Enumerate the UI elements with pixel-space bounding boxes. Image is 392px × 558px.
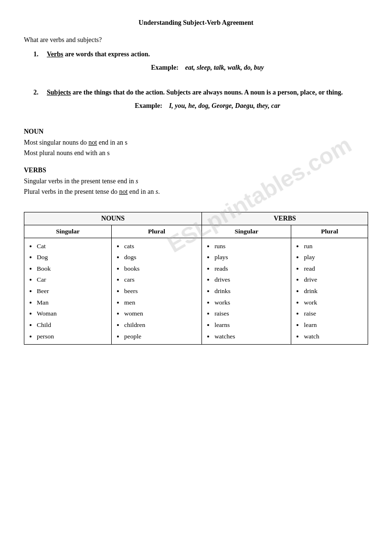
verbs-line2-pre: Plural verbs in the present tense do bbox=[24, 188, 119, 195]
list-item: drinks bbox=[214, 285, 287, 297]
singular-verbs-list: runs plays reads drives drinks works rai… bbox=[206, 241, 287, 342]
example-text-2: I, you, he, dog, George, Daegu, they, ca… bbox=[169, 102, 280, 109]
singular-nouns-list: Cat Dog Book Car Beer Man Woman Child pe… bbox=[28, 241, 107, 342]
example-label-1: Example: bbox=[151, 64, 179, 71]
table-header-row-sub: Singular Plural Singular Plural bbox=[24, 225, 368, 238]
item-label-2: Subjects bbox=[47, 89, 71, 96]
table-data-row: Cat Dog Book Car Beer Man Woman Child pe… bbox=[24, 238, 368, 345]
item-rest2-2: Subjects are always nouns. A noun is a p… bbox=[165, 89, 343, 96]
singular-nouns-cell: Cat Dog Book Car Beer Man Woman Child pe… bbox=[24, 238, 112, 345]
verbs-line1: Singular verbs in the present tense end … bbox=[24, 176, 368, 187]
plural-verbs-list: run play read drive drink work raise lea… bbox=[295, 241, 364, 342]
numbered-list: 1. Verbs are words that express action. … bbox=[24, 51, 368, 118]
singular-verbs-cell: runs plays reads drives drinks works rai… bbox=[202, 238, 291, 345]
verbs-section: VERBS Singular verbs in the present tens… bbox=[24, 167, 368, 198]
singular-verb-header: Singular bbox=[202, 225, 291, 238]
singular-noun-header: Singular bbox=[24, 225, 112, 238]
list-item: runs bbox=[214, 241, 287, 252]
example-label-2: Example: bbox=[135, 102, 162, 109]
verbs-main-header: VERBS bbox=[202, 212, 368, 225]
item-content-1: Verbs are words that express action. Exa… bbox=[47, 51, 368, 80]
item-content-2: Subjects are the things that do the acti… bbox=[47, 89, 368, 118]
item-rest-bold-2: are the things that do the action. bbox=[71, 89, 165, 96]
item-number-2: 2. bbox=[33, 89, 43, 96]
item-rest-1: are words that express action. bbox=[64, 51, 150, 58]
plural-nouns-cell: cats dogs books cars beers men women chi… bbox=[111, 238, 201, 345]
verbs-line1-pre: Singular verbs in the present tense end … bbox=[24, 178, 136, 185]
main-table: NOUNS VERBS Singular Plural Singular Plu… bbox=[24, 212, 368, 345]
intro-question: What are verbs and subjects? bbox=[24, 36, 368, 44]
plural-noun-header: Plural bbox=[111, 225, 201, 238]
list-item: children bbox=[124, 319, 198, 331]
noun-section: NOUN Most singular nouns do not end in a… bbox=[24, 128, 368, 159]
list-item: watch bbox=[304, 331, 364, 342]
plural-verbs-cell: run play read drive drink work raise lea… bbox=[291, 238, 368, 345]
list-item: men bbox=[124, 297, 198, 308]
list-item: learns bbox=[214, 319, 287, 331]
list-item: raise bbox=[304, 308, 364, 319]
list-item: drive bbox=[304, 274, 364, 285]
list-item: watches bbox=[214, 331, 287, 342]
list-item: read bbox=[304, 263, 364, 274]
item-label-1: Verbs bbox=[47, 51, 64, 58]
list-item: books bbox=[124, 263, 198, 274]
list-item: plays bbox=[214, 252, 287, 263]
list-item: learn bbox=[304, 319, 364, 331]
list-item: beers bbox=[124, 285, 198, 297]
list-item: work bbox=[304, 297, 364, 308]
list-item: run bbox=[304, 241, 364, 252]
list-item: reads bbox=[214, 263, 287, 274]
table-container: NOUNS VERBS Singular Plural Singular Plu… bbox=[24, 212, 368, 345]
item-number-1: 1. bbox=[33, 51, 43, 58]
list-item: Beer bbox=[37, 285, 107, 297]
nouns-main-header: NOUNS bbox=[24, 212, 202, 225]
noun-not: not bbox=[88, 139, 97, 146]
list-item: dogs bbox=[124, 252, 198, 263]
list-item: women bbox=[124, 308, 198, 319]
verbs-heading: VERBS bbox=[24, 167, 368, 174]
plural-nouns-list: cats dogs books cars beers men women chi… bbox=[116, 241, 198, 342]
verbs-line2-end: . bbox=[158, 188, 160, 195]
example-text-1: eat, sleep, talk, walk, do, buy bbox=[185, 64, 264, 71]
list-item: works bbox=[214, 297, 287, 308]
list-item: Cat bbox=[37, 241, 107, 252]
list-item: cats bbox=[124, 241, 198, 252]
verbs-line1-italic: s bbox=[136, 178, 138, 185]
list-item: person bbox=[37, 331, 107, 342]
list-item: raises bbox=[214, 308, 287, 319]
list-item: Child bbox=[37, 319, 107, 331]
verbs-line2: Plural verbs in the present tense do not… bbox=[24, 187, 368, 197]
table-header-row-main: NOUNS VERBS bbox=[24, 212, 368, 225]
list-item-1: 1. Verbs are words that express action. … bbox=[33, 51, 368, 80]
list-item: drives bbox=[214, 274, 287, 285]
example-2: Example: I, you, he, dog, George, Daegu,… bbox=[47, 102, 368, 110]
list-item: Woman bbox=[37, 308, 107, 319]
page-title: Understanding Subject-Verb Agreement bbox=[24, 19, 368, 27]
list-item-2: 2. Subjects are the things that do the a… bbox=[33, 89, 368, 118]
verbs-line2-post: end in an bbox=[127, 188, 154, 195]
verbs-not: not bbox=[119, 188, 127, 195]
plural-verb-header: Plural bbox=[291, 225, 368, 238]
list-item: cars bbox=[124, 274, 198, 285]
example-1: Example: eat, sleep, talk, walk, do, buy bbox=[47, 64, 368, 72]
list-item: play bbox=[304, 252, 364, 263]
list-item: Book bbox=[37, 263, 107, 274]
noun-heading: NOUN bbox=[24, 128, 368, 136]
list-item: Dog bbox=[37, 252, 107, 263]
list-item: Man bbox=[37, 297, 107, 308]
noun-line1: Most singular nouns do not end in an s bbox=[24, 137, 368, 148]
noun-line2: Most plural nouns end with an s bbox=[24, 148, 368, 158]
list-item: drink bbox=[304, 285, 364, 297]
list-item: Car bbox=[37, 274, 107, 285]
list-item: people bbox=[124, 331, 198, 342]
